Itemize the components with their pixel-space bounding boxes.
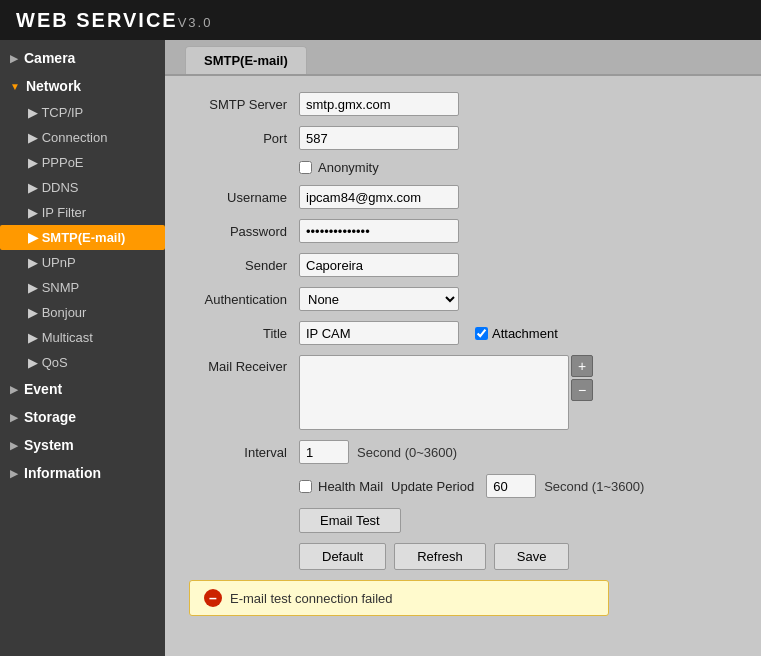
update-period-label: Update Period	[391, 479, 474, 494]
sidebar-item-network[interactable]: ▼ Network	[0, 72, 165, 100]
sidebar-item-ipfilter[interactable]: ▶ IP Filter	[0, 200, 165, 225]
health-mail-label: Health Mail	[318, 479, 383, 494]
sidebar-item-storage[interactable]: ▶ Storage	[0, 403, 165, 431]
mail-receiver-row: Mail Receiver + −	[189, 355, 737, 430]
interval-label: Interval	[189, 445, 299, 460]
qos-arrow-icon: ▶	[28, 355, 42, 370]
port-input[interactable]	[299, 126, 459, 150]
storage-arrow-icon: ▶	[10, 412, 18, 423]
port-label: Port	[189, 131, 299, 146]
ipfilter-arrow-icon: ▶	[28, 205, 42, 220]
title-input[interactable]	[299, 321, 459, 345]
refresh-button[interactable]: Refresh	[394, 543, 486, 570]
update-period-input[interactable]	[486, 474, 536, 498]
email-test-row: Email Test	[299, 508, 737, 533]
sidebar-network-label: Network	[26, 78, 81, 94]
smtp-server-input[interactable]	[299, 92, 459, 116]
receiver-add-button[interactable]: +	[571, 355, 593, 377]
sender-input[interactable]	[299, 253, 459, 277]
anonymity-checkbox[interactable]	[299, 161, 312, 174]
sidebar-item-system[interactable]: ▶ System	[0, 431, 165, 459]
sidebar-system-label: System	[24, 437, 74, 453]
mail-receiver-textarea[interactable]	[299, 355, 569, 430]
sidebar-event-label: Event	[24, 381, 62, 397]
sidebar-item-bonjour[interactable]: ▶ Bonjour	[0, 300, 165, 325]
ddns-arrow-icon: ▶	[28, 180, 42, 195]
authentication-row: Authentication None TLS SSL	[189, 287, 737, 311]
sidebar-item-event[interactable]: ▶ Event	[0, 375, 165, 403]
form-area: SMTP Server Port Anonymity Username	[165, 76, 761, 632]
event-arrow-icon: ▶	[10, 384, 18, 395]
sidebar-information-label: Information	[24, 465, 101, 481]
receiver-buttons: + −	[571, 355, 593, 401]
sidebar-item-ddns[interactable]: ▶ DDNS	[0, 175, 165, 200]
sidebar-item-pppoe[interactable]: ▶ PPPoE	[0, 150, 165, 175]
smtp-server-row: SMTP Server	[189, 92, 737, 116]
save-label: Save	[517, 549, 547, 564]
health-mail-checkbox[interactable]	[299, 480, 312, 493]
sidebar-item-multicast[interactable]: ▶ Multicast	[0, 325, 165, 350]
health-mail-row: Health Mail Update Period Second (1~3600…	[189, 474, 737, 498]
username-label: Username	[189, 190, 299, 205]
snmp-arrow-icon: ▶	[28, 280, 42, 295]
interval-row: Interval Second (0~3600)	[189, 440, 737, 464]
multicast-arrow-icon: ▶	[28, 330, 42, 345]
main-content: SMTP(E-mail) SMTP Server Port Anonymity	[165, 40, 761, 656]
password-label: Password	[189, 224, 299, 239]
password-row: Password	[189, 219, 737, 243]
default-button[interactable]: Default	[299, 543, 386, 570]
smtp-server-label: SMTP Server	[189, 97, 299, 112]
receiver-remove-button[interactable]: −	[571, 379, 593, 401]
camera-arrow-icon: ▶	[10, 53, 18, 64]
sidebar-item-camera[interactable]: ▶ Camera	[0, 44, 165, 72]
attachment-label: Attachment	[492, 326, 558, 341]
sidebar-camera-label: Camera	[24, 50, 75, 66]
information-arrow-icon: ▶	[10, 468, 18, 479]
sidebar-item-smtp[interactable]: ▶ SMTP(E-mail)	[0, 225, 165, 250]
connection-arrow-icon: ▶	[28, 130, 42, 145]
mail-receiver-label: Mail Receiver	[189, 355, 299, 374]
title-attachment-group: Attachment	[299, 321, 558, 345]
app-title: WEB SERVICEV3.0	[16, 9, 212, 32]
smtp-arrow-icon: ▶	[28, 230, 42, 245]
tcpip-arrow-icon: ▶	[28, 105, 41, 120]
header: WEB SERVICEV3.0	[0, 0, 761, 40]
password-input[interactable]	[299, 219, 459, 243]
refresh-label: Refresh	[417, 549, 463, 564]
sidebar-item-snmp[interactable]: ▶ SNMP	[0, 275, 165, 300]
anonymity-row: Anonymity	[189, 160, 737, 175]
anonymity-label: Anonymity	[318, 160, 379, 175]
sidebar-item-tcpip[interactable]: ▶ TCP/IP	[0, 100, 165, 125]
error-icon: –	[204, 589, 222, 607]
update-period-note: Second (1~3600)	[544, 479, 644, 494]
attachment-group: Attachment	[475, 326, 558, 341]
pppoe-arrow-icon: ▶	[28, 155, 42, 170]
authentication-select[interactable]: None TLS SSL	[299, 287, 459, 311]
bottom-buttons: Default Refresh Save	[299, 543, 737, 570]
tab-bar: SMTP(E-mail)	[165, 40, 761, 76]
sidebar-item-information[interactable]: ▶ Information	[0, 459, 165, 487]
email-test-button[interactable]: Email Test	[299, 508, 401, 533]
version-label: V3.0	[178, 15, 213, 30]
error-message: E-mail test connection failed	[230, 591, 393, 606]
bonjour-arrow-icon: ▶	[28, 305, 42, 320]
tab-smtp-email[interactable]: SMTP(E-mail)	[185, 46, 307, 74]
upnp-arrow-icon: ▶	[28, 255, 42, 270]
sidebar-storage-label: Storage	[24, 409, 76, 425]
username-row: Username	[189, 185, 737, 209]
receiver-area: + −	[299, 355, 593, 430]
sidebar: ▶ Camera ▼ Network ▶ TCP/IP ▶ Connection…	[0, 40, 165, 656]
attachment-checkbox[interactable]	[475, 327, 488, 340]
username-input[interactable]	[299, 185, 459, 209]
interval-note: Second (0~3600)	[357, 445, 457, 460]
sender-label: Sender	[189, 258, 299, 273]
title-row: Title Attachment	[189, 321, 737, 345]
sidebar-item-qos[interactable]: ▶ QoS	[0, 350, 165, 375]
sidebar-item-connection[interactable]: ▶ Connection	[0, 125, 165, 150]
sidebar-item-upnp[interactable]: ▶ UPnP	[0, 250, 165, 275]
save-button[interactable]: Save	[494, 543, 570, 570]
sender-row: Sender	[189, 253, 737, 277]
system-arrow-icon: ▶	[10, 440, 18, 451]
email-test-label: Email Test	[320, 513, 380, 528]
interval-input[interactable]	[299, 440, 349, 464]
